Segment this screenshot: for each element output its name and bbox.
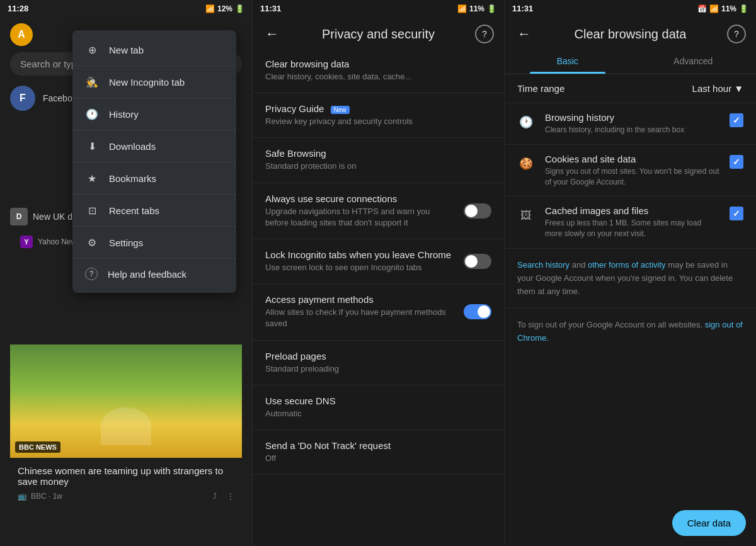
top-bar-2: ← Privacy and security ? bbox=[253, 17, 504, 48]
toggle-thumb-5 bbox=[478, 305, 490, 318]
browsing-history-desc: Clears history, including in the search … bbox=[545, 125, 719, 135]
help-button-3[interactable]: ? bbox=[727, 25, 746, 43]
setting-title-8: Send a 'Do Not Track' request bbox=[265, 440, 491, 451]
menu-item-bookmarks[interactable]: ★ Bookmarks bbox=[72, 162, 236, 195]
recent-tabs-label: Recent tabs bbox=[109, 205, 159, 216]
sign-out-prefix: To sign out of your Google Account on al… bbox=[517, 320, 705, 329]
setting-title-6: Preload pages bbox=[265, 351, 491, 361]
toggle-secure-connections[interactable] bbox=[464, 203, 491, 219]
sign-out-text-block: To sign out of your Google Account on al… bbox=[505, 309, 756, 355]
settings-list: Clear browsing data Clear history, cooki… bbox=[253, 48, 504, 546]
setting-subtitle-8: Off bbox=[265, 453, 491, 464]
yahoo-icon: Y bbox=[20, 236, 33, 248]
search-history-link[interactable]: Search history bbox=[517, 260, 570, 270]
wifi-icon-3: 📶 bbox=[709, 4, 719, 13]
setting-info-3: Always use secure connections Upgrade na… bbox=[265, 193, 454, 229]
info-text-block: Search history and other forms of activi… bbox=[505, 249, 756, 309]
cached-title: Cached images and files bbox=[545, 205, 719, 216]
setting-secure-dns[interactable]: Use secure DNS Automatic bbox=[253, 385, 504, 430]
toggle-payment[interactable] bbox=[464, 304, 491, 319]
setting-privacy-guide[interactable]: Privacy Guide New Review key privacy and… bbox=[253, 93, 504, 138]
checkmark-0: ✓ bbox=[733, 115, 740, 125]
menu-item-new-tab[interactable]: ⊕ New tab bbox=[72, 34, 236, 66]
image-icon: 🖼 bbox=[517, 207, 535, 224]
battery-display-1: 12% bbox=[217, 4, 232, 13]
info-text-and: and bbox=[572, 260, 588, 270]
setting-secure-connections[interactable]: Always use secure connections Upgrade na… bbox=[253, 183, 504, 239]
setting-info-5: Access payment methods Allow sites to ch… bbox=[265, 294, 454, 329]
setting-do-not-track[interactable]: Send a 'Do Not Track' request Off bbox=[253, 430, 504, 475]
setting-safe-browsing[interactable]: Safe Browsing Standard protection is on bbox=[253, 138, 504, 183]
downloads-icon: ⬇ bbox=[85, 139, 99, 153]
cookies-desc: Signs you out of most sites. You won't b… bbox=[545, 166, 719, 188]
settings-label: Settings bbox=[109, 237, 143, 248]
bookmarks-label: Bookmarks bbox=[109, 173, 156, 184]
panel-clear-data: 11:31 📅 📶 11% 🔋 ← Clear browsing data ? … bbox=[504, 0, 756, 546]
other-forms-link[interactable]: other forms of activity bbox=[588, 260, 666, 270]
toggle-thumb-3 bbox=[465, 205, 478, 217]
setting-subtitle-2: Standard protection is on bbox=[265, 161, 491, 172]
back-button-2[interactable]: ← bbox=[263, 23, 282, 45]
dropdown-menu: ⊕ New tab 🕵 New Incognito tab 🕐 History … bbox=[72, 30, 236, 293]
news-title: Chinese women are teaming up with strang… bbox=[18, 465, 234, 487]
toggle-thumb-4 bbox=[465, 255, 478, 268]
new-tab-label: New tab bbox=[109, 45, 144, 55]
checkbox-2[interactable]: ✓ bbox=[730, 207, 743, 220]
setting-title-2: Safe Browsing bbox=[265, 148, 491, 159]
menu-item-history[interactable]: 🕐 History bbox=[72, 98, 236, 130]
cached-content: Cached images and files Frees up less th… bbox=[545, 205, 719, 239]
setting-clear-data[interactable]: Clear browsing data Clear history, cooki… bbox=[253, 48, 504, 93]
share-icon-2[interactable]: ⤴ bbox=[213, 492, 217, 501]
setting-subtitle-7: Automatic bbox=[265, 408, 491, 419]
setting-title-4: Lock Incognito tabs when you leave Chrom… bbox=[265, 249, 454, 260]
recent-tabs-icon: ⊡ bbox=[85, 203, 99, 217]
menu-item-incognito[interactable]: 🕵 New Incognito tab bbox=[72, 66, 236, 98]
status-bar-1: 11:28 📶 12% 🔋 bbox=[0, 0, 252, 17]
tab-basic[interactable]: Basic bbox=[505, 48, 631, 74]
checkbox-browsing-history[interactable]: 🕐 Browsing history Clears history, inclu… bbox=[505, 103, 756, 145]
more-icon-2[interactable]: ⋮ bbox=[227, 492, 234, 501]
facebook-avatar: F bbox=[10, 86, 35, 111]
setting-lock-incognito[interactable]: Lock Incognito tabs when you leave Chrom… bbox=[253, 239, 504, 284]
checkbox-cached[interactable]: 🖼 Cached images and files Frees up less … bbox=[505, 196, 756, 249]
menu-item-recent-tabs[interactable]: ⊡ Recent tabs bbox=[72, 195, 236, 227]
setting-subtitle-5: Allow sites to check if you have payment… bbox=[265, 307, 454, 329]
bbc-badge: BBC NEWS bbox=[15, 441, 60, 453]
clock-icon-3: 📅 bbox=[697, 4, 707, 13]
menu-item-downloads[interactable]: ⬇ Downloads bbox=[72, 130, 236, 162]
setting-title-5: Access payment methods bbox=[265, 294, 454, 305]
checkbox-0[interactable]: ✓ bbox=[730, 113, 743, 127]
clear-data-button[interactable]: Clear data bbox=[672, 510, 746, 536]
time-range-label: Time range bbox=[517, 83, 564, 94]
menu-item-settings[interactable]: ⚙ Settings bbox=[72, 227, 236, 259]
setting-subtitle-0: Clear history, cookies, site data, cache… bbox=[265, 71, 491, 82]
time-display-3: 11:31 bbox=[512, 4, 533, 13]
settings-icon: ⚙ bbox=[85, 236, 99, 249]
help-button-2[interactable]: ? bbox=[475, 25, 494, 43]
checkbox-1[interactable]: ✓ bbox=[730, 155, 743, 169]
panel-chrome-home: 11:28 📶 12% 🔋 A Search or typ F Facebook… bbox=[0, 0, 252, 546]
status-icons-2: 📶 11% 🔋 bbox=[457, 4, 496, 13]
history-clock-icon: 🕐 bbox=[517, 113, 535, 131]
checkbox-cookies[interactable]: 🍪 Cookies and site data Signs you out of… bbox=[505, 145, 756, 197]
tab-advanced[interactable]: Advanced bbox=[631, 48, 757, 74]
news-meta: 📺 BBC · 1w ⤴ ⋮ bbox=[18, 492, 234, 501]
p3-content: Time range Last hour ▼ 🕐 Browsing histor… bbox=[505, 74, 756, 546]
menu-item-help[interactable]: ? Help and feedback bbox=[72, 259, 236, 289]
wifi-icon-2: 📶 bbox=[457, 4, 467, 13]
incognito-icon: 🕵 bbox=[85, 75, 99, 89]
setting-preload[interactable]: Preload pages Standard preloading bbox=[253, 341, 504, 385]
status-bar-2: 11:31 📶 11% 🔋 bbox=[253, 0, 504, 17]
cookies-title: Cookies and site data bbox=[545, 154, 719, 164]
tabs-container: Basic Advanced bbox=[505, 48, 756, 74]
back-button-3[interactable]: ← bbox=[515, 23, 534, 45]
toggle-lock-incognito[interactable] bbox=[464, 254, 491, 269]
battery-display-2: 11% bbox=[469, 4, 484, 13]
setting-title-3: Always use secure connections bbox=[265, 193, 454, 204]
cached-desc: Frees up less than 1 MB. Some sites may … bbox=[545, 218, 719, 239]
battery-display-3: 11% bbox=[721, 4, 736, 13]
time-range-row[interactable]: Time range Last hour ▼ bbox=[505, 74, 756, 103]
setting-payment-methods[interactable]: Access payment methods Allow sites to ch… bbox=[253, 284, 504, 340]
help-icon: ? bbox=[85, 268, 98, 280]
avatar[interactable]: A bbox=[10, 23, 33, 46]
